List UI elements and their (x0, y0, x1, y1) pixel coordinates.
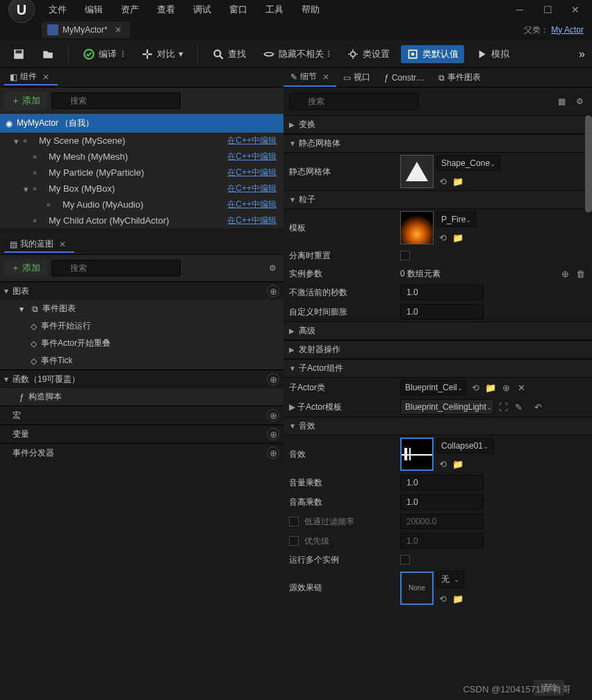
component-box[interactable]: ▾▫My Box (MyBox)在C++中编辑 (0, 181, 283, 197)
gear-icon[interactable]: ⚙ (265, 261, 279, 275)
graphs-category[interactable]: ▾图表⊕ (0, 281, 283, 300)
source-chain-thumbnail[interactable]: None (400, 572, 434, 605)
add-macro-icon[interactable]: ⊕ (267, 409, 279, 422)
tab-viewport[interactable]: ▭视口 (336, 69, 377, 86)
hide-unrelated-button[interactable]: 隐藏不相关 ⁝ (257, 45, 336, 63)
advanced-category[interactable]: ▶高级 (283, 322, 592, 340)
tab-my-blueprint[interactable]: ▤ 我的蓝图 ✕ (4, 237, 74, 253)
lowpass-checkbox[interactable] (289, 517, 299, 526)
event-graph-item[interactable]: ▾⧉事件图表 (0, 300, 283, 317)
priority-checkbox[interactable] (289, 536, 299, 546)
particle-category[interactable]: ▼粒子 (283, 190, 592, 209)
use-selected-icon[interactable]: ⟲ (436, 231, 449, 244)
browse-icon[interactable]: 📁 (452, 458, 464, 470)
use-selected-icon[interactable]: ⟲ (436, 175, 449, 188)
menu-窗口[interactable]: 窗口 (221, 1, 256, 19)
menu-资产[interactable]: 资产 (113, 1, 147, 19)
toolbar-overflow-icon[interactable]: » (579, 48, 585, 60)
transform-category[interactable]: ▶变换 (283, 115, 592, 134)
tab-details[interactable]: ✎细节✕ (283, 68, 336, 87)
add-component-button[interactable]: ＋添加 (4, 92, 47, 110)
add-function-icon[interactable]: ⊕ (267, 373, 279, 385)
seconds-before-input[interactable] (400, 285, 484, 300)
source-chain-dropdown[interactable]: 无⌄ (436, 571, 464, 588)
sound-thumbnail[interactable] (400, 438, 434, 471)
event-item[interactable]: ◇事件Tick (0, 352, 283, 369)
use-selected-icon[interactable]: ⟲ (469, 381, 482, 394)
compile-button[interactable]: 编译⁝ (77, 45, 130, 63)
use-selected-icon[interactable]: ⟲ (436, 592, 449, 605)
menu-工具[interactable]: 工具 (257, 1, 292, 19)
lowpass-input[interactable] (400, 514, 484, 529)
volume-input[interactable] (400, 475, 484, 490)
class-defaults-button[interactable]: 类默认值 (401, 45, 464, 63)
sound-dropdown[interactable]: Collapse01⌄ (436, 438, 493, 453)
details-search-input[interactable] (289, 93, 418, 110)
component-mesh[interactable]: ▫My Mesh (MyMesh)在C++中编辑 (0, 149, 283, 165)
edit-cpp-link[interactable]: 在C++中编辑 (227, 167, 281, 178)
edit-icon[interactable]: ✎ (512, 401, 525, 413)
actor-self-row[interactable]: ◉ MyMyActor （自我） (0, 114, 283, 133)
simulate-button[interactable]: 模拟 (470, 45, 515, 63)
edit-cpp-link[interactable]: 在C++中编辑 (227, 215, 281, 226)
browse-button[interactable] (36, 45, 60, 63)
static-mesh-thumbnail[interactable] (400, 155, 434, 188)
tab-event-graph[interactable]: ⧉事件图表 (431, 69, 488, 86)
menu-编辑[interactable]: 编辑 (76, 1, 111, 19)
edit-cpp-link[interactable]: 在C++中编辑 (227, 151, 281, 162)
priority-input[interactable] (400, 533, 484, 549)
add-graph-icon[interactable]: ⊕ (267, 285, 279, 297)
browse-icon[interactable]: 📁 (452, 592, 464, 605)
static-mesh-dropdown[interactable]: Shape_Cone⌄ (436, 156, 500, 171)
static-mesh-category[interactable]: ▼静态网格体 (283, 134, 592, 153)
sound-category[interactable]: ▼音效 (283, 417, 592, 435)
add-element-icon[interactable]: ⊕ (559, 267, 571, 280)
menu-文件[interactable]: 文件 (40, 1, 75, 19)
parent-class-link[interactable]: My Actor (551, 25, 584, 35)
scrollbar[interactable] (585, 115, 592, 212)
close-icon[interactable]: ✕ (320, 72, 329, 82)
expand-icon[interactable]: ⛶ (497, 401, 509, 413)
variables-category[interactable]: 变量⊕ (0, 424, 283, 443)
construction-script-item[interactable]: ƒ构造脚本 (0, 388, 283, 406)
edit-cpp-link[interactable]: 在C++中编辑 (227, 135, 281, 147)
reset-on-detach-checkbox[interactable] (400, 251, 410, 260)
emitter-category[interactable]: ▶发射器操作 (283, 340, 592, 359)
add-variable-icon[interactable]: ⊕ (267, 428, 279, 440)
edit-cpp-link[interactable]: 在C++中编辑 (227, 183, 281, 194)
component-audio[interactable]: ▫My Audio (MyAudio)在C++中编辑 (0, 197, 283, 212)
custom-dilation-input[interactable] (400, 304, 484, 319)
reset-icon[interactable]: ↶ (532, 401, 544, 413)
browse-icon[interactable]: 📁 (452, 231, 464, 244)
class-settings-button[interactable]: 类设置 (341, 45, 395, 63)
add-dispatcher-icon[interactable]: ⊕ (267, 447, 279, 459)
pitch-input[interactable] (400, 494, 484, 510)
clear-array-icon[interactable]: 🗑 (574, 267, 586, 280)
edit-cpp-link[interactable]: 在C++中编辑 (227, 199, 281, 210)
event-item[interactable]: ◇事件Actor开始重叠 (0, 335, 283, 352)
add-icon[interactable]: ⊕ (500, 381, 512, 394)
component-child[interactable]: ▫My Child Actor (MyChildActor)在C++中编辑 (0, 212, 283, 228)
file-tab-mymyactor[interactable]: MyMyActor* ✕ (42, 22, 130, 38)
menu-帮助[interactable]: 帮助 (293, 1, 328, 19)
multiple-instances-checkbox[interactable] (400, 555, 410, 565)
close-icon[interactable]: ✕ (40, 72, 52, 82)
grid-icon[interactable]: ▦ (554, 94, 568, 108)
template-dropdown[interactable]: P_Fire⌄ (436, 212, 476, 227)
save-button[interactable] (7, 45, 31, 63)
component-search-input[interactable] (51, 92, 181, 109)
close-button[interactable]: ✕ (561, 1, 589, 18)
browse-icon[interactable]: 📁 (484, 381, 497, 394)
menu-调试[interactable]: 调试 (185, 1, 220, 19)
tab-close-icon[interactable]: ✕ (112, 25, 124, 35)
tab-construction[interactable]: ƒConstr… (377, 70, 431, 85)
tab-components[interactable]: ◧ 组件 ✕ (4, 69, 58, 85)
macros-category[interactable]: 宏⊕ (0, 406, 283, 424)
blueprint-search-input[interactable] (51, 260, 181, 276)
event-item[interactable]: ◇事件开始运行 (0, 317, 283, 335)
dispatchers-category[interactable]: 事件分发器⊕ (0, 443, 283, 462)
child-actor-template-dropdown[interactable]: Blueprint_CeilingLight⌄ (400, 399, 494, 415)
close-icon[interactable]: ✕ (56, 240, 69, 249)
find-button[interactable]: 查找 (206, 45, 252, 63)
child-actor-category[interactable]: ▼子Actor组件 (283, 359, 592, 378)
